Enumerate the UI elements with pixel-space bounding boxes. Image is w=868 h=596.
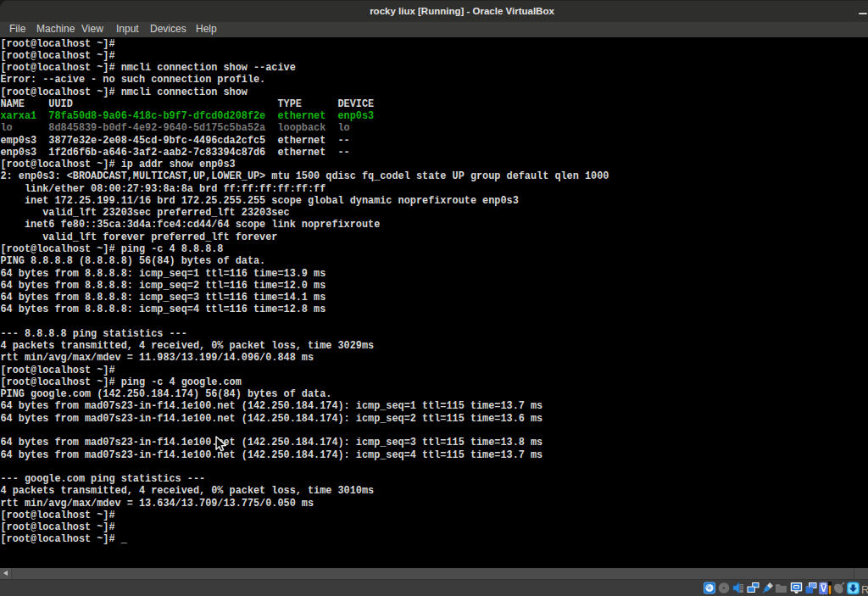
svg-text:V: V [821,583,826,593]
